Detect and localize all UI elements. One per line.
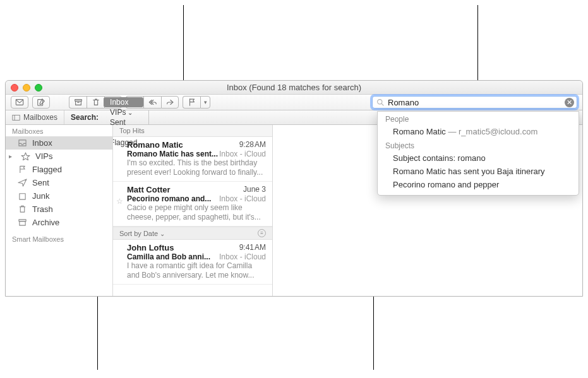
filter-tab-vips[interactable]: VIPs⌄: [104, 107, 143, 117]
sidebar-section-smart: Smart Mailboxes: [6, 233, 112, 244]
sidebar-item-archive[interactable]: Archive: [6, 216, 112, 229]
mailboxes-toggle[interactable]: Mailboxes: [6, 110, 64, 124]
message-row[interactable]: Romano Matic9:28 AMRomano Matic has sent…: [113, 137, 272, 182]
sidebar: Mailboxes Inbox▸VIPsFlaggedSentJunkTrash…: [6, 125, 113, 296]
close-button[interactable]: [11, 84, 18, 92]
message-folder: Inbox - iCloud: [219, 252, 266, 261]
flag-button[interactable]: [183, 96, 200, 109]
archive-box-icon: [74, 98, 83, 107]
search-field[interactable]: ✕: [372, 96, 577, 109]
flag-menu-button[interactable]: ▾: [200, 96, 210, 109]
message-from: Matt Cotter: [127, 185, 171, 194]
compose-icon: [37, 98, 45, 107]
message-preview: Cacio e pepe might only seem like cheese…: [127, 203, 266, 222]
message-time: 9:41 AM: [239, 243, 266, 252]
search-suggestions: PeopleRomano Matic — r_matic5@icloud.com…: [377, 111, 579, 196]
message-time: 9:28 AM: [239, 140, 266, 150]
message-list: Top Hits Romano Matic9:28 AMRomano Matic…: [113, 125, 273, 296]
sidebar-item-label: Inbox: [32, 138, 52, 148]
mailboxes-toggle-label: Mailboxes: [23, 113, 57, 122]
svg-rect-11: [19, 194, 25, 199]
envelope-icon: [15, 98, 24, 107]
window-controls: [11, 84, 42, 92]
compose-button[interactable]: [32, 96, 50, 109]
suggestion-section-header: Subjects: [378, 138, 579, 151]
suggestion-text: Romano Matic: [393, 127, 446, 136]
svg-rect-8: [13, 115, 20, 120]
toolbar: ▾ ✕: [6, 95, 582, 110]
sort-label: Sort by Date: [119, 230, 158, 237]
titlebar: Inbox (Found 18 matches for search): [6, 81, 582, 95]
sidebar-item-label: Archive: [32, 218, 59, 227]
suggestion-item[interactable]: Pecorino romano and pepper: [378, 178, 579, 191]
sidebar-item-label: Trash: [32, 204, 53, 214]
junk-icon: [17, 192, 27, 201]
reply-all-button[interactable]: [143, 96, 161, 109]
message-from: John Loftus: [127, 243, 174, 252]
suggestion-item[interactable]: Subject contains: romano: [378, 151, 579, 165]
mail-window: Inbox (Found 18 matches for search): [5, 80, 583, 297]
sidebar-item-label: Junk: [32, 191, 49, 201]
filter-unread-button[interactable]: ≡: [258, 229, 266, 237]
message-row[interactable]: ☆Matt CotterJune 3Pecorino romano and...…: [113, 182, 272, 227]
sidebar-item-label: Flagged: [32, 165, 62, 174]
message-folder: Inbox - iCloud: [219, 194, 266, 203]
clear-search-button[interactable]: ✕: [565, 98, 574, 107]
callout-line: [183, 5, 184, 80]
message-preview: I'm so excited. This is the best birthda…: [127, 158, 266, 177]
svg-rect-3: [75, 101, 81, 105]
search-scope-label: Search:: [64, 113, 104, 122]
flag-icon: [17, 165, 27, 174]
message-preview: I have a romantic gift idea for Camilla …: [127, 261, 266, 280]
disclosure-triangle-icon[interactable]: ▸: [9, 153, 15, 160]
suggestion-item[interactable]: Romano Matic — r_matic5@icloud.com: [378, 125, 579, 138]
sidebar-item-label: VIPs: [35, 151, 52, 161]
sort-bar[interactable]: Sort by Date ⌄≡: [113, 227, 272, 240]
sidebar-section-mailboxes: Mailboxes: [6, 125, 112, 136]
svg-line-7: [381, 103, 383, 105]
sidebar-item-sent[interactable]: Sent: [6, 176, 112, 189]
message-row[interactable]: John Loftus9:41 AMCamilla and Bob anni..…: [113, 240, 272, 285]
archive-icon: [17, 218, 27, 227]
reply-all-icon: [148, 98, 157, 107]
message-list-header: Top Hits: [113, 125, 272, 137]
sidebar-item-flagged[interactable]: Flagged: [6, 163, 112, 176]
sidebar-item-junk[interactable]: Junk: [6, 189, 112, 203]
chevron-down-icon: ▾: [204, 99, 207, 105]
suggestion-detail: — r_matic5@icloud.com: [446, 127, 537, 136]
suggestion-text: Romano Matic has sent you Baja itinerary: [393, 167, 545, 176]
star-icon: [20, 152, 30, 161]
message-subject: Camilla and Bob anni...: [127, 252, 210, 261]
message-subject: Pecorino romano and...: [127, 194, 211, 203]
sidebar-item-vips[interactable]: ▸VIPs: [6, 150, 112, 163]
flag-group: ▾: [183, 96, 210, 109]
zoom-button[interactable]: [35, 84, 42, 92]
vip-star-icon[interactable]: ☆: [116, 197, 123, 206]
get-mail-button[interactable]: [11, 96, 28, 109]
forward-button[interactable]: [161, 96, 179, 109]
chevron-down-icon: ⌄: [160, 230, 165, 237]
sent-icon: [17, 179, 27, 187]
minimize-button[interactable]: [23, 84, 30, 92]
inbox-icon: [17, 139, 27, 148]
window-title: Inbox (Found 18 matches for search): [227, 83, 361, 92]
delete-button[interactable]: [87, 96, 104, 109]
suggestion-text: Pecorino romano and pepper: [393, 180, 499, 189]
filter-icon: ≡: [260, 230, 263, 236]
archive-button[interactable]: [69, 96, 87, 109]
chevron-down-icon: ⌄: [128, 109, 133, 116]
sidebar-item-inbox[interactable]: Inbox: [6, 136, 112, 150]
suggestion-section-header: People: [378, 112, 579, 125]
message-subject: Romano Matic has sent...: [127, 150, 218, 158]
svg-marker-10: [21, 153, 30, 160]
message-folder: Inbox - iCloud: [219, 150, 266, 158]
suggestion-item[interactable]: Romano Matic has sent you Baja itinerary: [378, 165, 579, 178]
forward-icon: [165, 98, 174, 107]
trash-icon: [92, 98, 100, 107]
sidebar-item-trash[interactable]: Trash: [6, 203, 112, 216]
trash-icon: [17, 205, 27, 214]
svg-point-6: [378, 99, 382, 103]
search-input[interactable]: [388, 98, 565, 107]
filter-tab-inbox[interactable]: Inbox: [104, 97, 143, 107]
svg-line-12: [19, 194, 25, 199]
